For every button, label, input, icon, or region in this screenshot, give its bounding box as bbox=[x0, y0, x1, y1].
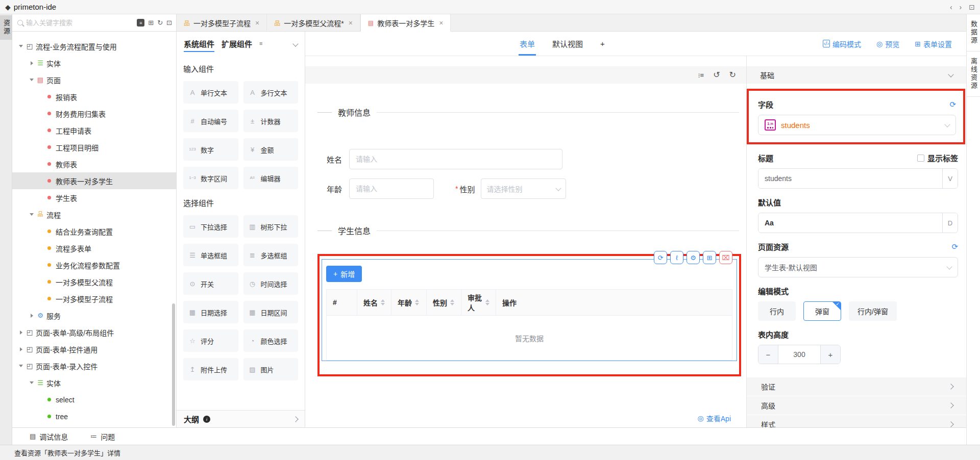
edit-mode-option[interactable]: 弹窗 bbox=[803, 301, 841, 321]
outline-list-icon[interactable]: ⁝≡ bbox=[698, 72, 704, 79]
sort-carets-icon[interactable] bbox=[415, 299, 419, 305]
page-resource-select[interactable]: 学生表-默认视图 bbox=[758, 257, 958, 277]
palette-item-single-text[interactable]: A单行文本 bbox=[183, 81, 238, 104]
sort-carets-icon[interactable] bbox=[485, 299, 489, 305]
tree-item[interactable]: 流程多表单 bbox=[12, 240, 176, 257]
sort-carets-icon[interactable] bbox=[450, 299, 454, 305]
code-mode-action[interactable]: ‹/›编码模式 bbox=[823, 39, 861, 49]
palette-item-color-picker[interactable]: ◔颜色选择 bbox=[243, 329, 299, 352]
table-height-value[interactable]: 300 bbox=[778, 345, 821, 364]
settings-chip-icon[interactable]: ⚙ bbox=[687, 251, 700, 264]
default-value-data-button[interactable]: D bbox=[942, 213, 958, 233]
palette-item-auto-number[interactable]: #自动编号 bbox=[183, 110, 238, 132]
tree-item[interactable]: ◰页面-表单-高级/布局组件 bbox=[12, 324, 176, 341]
editor-tab[interactable]: ▤教师表一对多学生× bbox=[360, 14, 451, 32]
edit-mode-option[interactable]: 行内 bbox=[758, 301, 796, 321]
tree-item[interactable]: 结合业务查询配置 bbox=[12, 223, 176, 240]
palette-item-radio-group[interactable]: ☰单选框组 bbox=[183, 244, 238, 266]
expand-arrow-open[interactable] bbox=[17, 365, 24, 367]
refresh-icon[interactable]: ↻ bbox=[157, 19, 163, 26]
nav-back-icon[interactable]: ‹ bbox=[950, 3, 952, 11]
palette-item-number-range[interactable]: 1~3数字区间 bbox=[183, 167, 238, 189]
save-layout-icon[interactable]: ⊡ bbox=[969, 3, 975, 11]
rail-tab-resources[interactable]: 资源 bbox=[0, 15, 12, 40]
default-value-input[interactable] bbox=[758, 213, 942, 233]
age-input[interactable] bbox=[349, 178, 434, 199]
sort-carets-icon[interactable] bbox=[381, 299, 385, 305]
tree-item[interactable]: 学生表 bbox=[12, 189, 176, 206]
close-icon[interactable]: × bbox=[439, 19, 443, 27]
palette-item-editor[interactable]: A≡编辑器 bbox=[243, 167, 299, 189]
problems-panel-toggle[interactable]: ≔问题 bbox=[90, 431, 115, 442]
palette-item-checkbox-group[interactable]: ≣多选框组 bbox=[243, 244, 299, 266]
tree-item[interactable]: select bbox=[12, 391, 176, 408]
tree-item[interactable]: 报销表 bbox=[12, 88, 176, 105]
editor-tab[interactable]: 品一对多模型父流程*× bbox=[267, 14, 360, 31]
refresh-icon[interactable]: ⟳ bbox=[949, 100, 956, 109]
close-icon[interactable]: × bbox=[255, 19, 259, 27]
palette-item-time-picker[interactable]: ◷时间选择 bbox=[243, 272, 299, 295]
palette-tab[interactable]: 扩展组件 bbox=[222, 32, 252, 55]
preview-mode-action[interactable]: ◎预览 bbox=[876, 39, 899, 49]
palette-item-dropdown[interactable]: ▭下拉选择 bbox=[183, 215, 238, 238]
palette-item-upload[interactable]: ↥附件上传 bbox=[183, 358, 238, 380]
basic-section-header[interactable]: 基础 bbox=[747, 66, 966, 84]
sort-icon[interactable]: ≡ bbox=[259, 40, 262, 46]
tree-item[interactable]: 业务化流程参数配置 bbox=[12, 257, 176, 273]
tree-item[interactable]: tree bbox=[12, 408, 176, 425]
section-验证[interactable]: 验证 bbox=[747, 377, 966, 396]
expand-arrow-closed[interactable] bbox=[28, 61, 35, 65]
increment-button[interactable]: + bbox=[821, 345, 840, 364]
tree-item[interactable]: 一对多模型父流程 bbox=[12, 273, 176, 290]
palette-item-tree-dropdown[interactable]: ▥树形下拉 bbox=[243, 215, 299, 238]
tree-item[interactable]: ☰实体 bbox=[12, 55, 176, 71]
name-input[interactable] bbox=[349, 149, 562, 169]
close-icon[interactable]: × bbox=[349, 19, 353, 27]
expand-arrow-closed[interactable] bbox=[17, 347, 24, 351]
palette-item-rate[interactable]: ☆评分 bbox=[183, 329, 238, 352]
section-样式[interactable]: 样式 bbox=[747, 415, 966, 427]
field-select[interactable]: 1:n students bbox=[758, 115, 956, 135]
tree-item[interactable]: 财务费用归集表 bbox=[12, 105, 176, 122]
tree-item[interactable]: 工程项目明细 bbox=[12, 139, 176, 156]
tree-item[interactable]: 一对多模型子流程 bbox=[12, 290, 176, 307]
refresh-icon[interactable]: ⟳ bbox=[951, 242, 958, 251]
link-chip-icon[interactable]: ℓ bbox=[670, 251, 683, 264]
palette-item-counter[interactable]: ±计数器 bbox=[243, 110, 299, 132]
add-view-tab[interactable]: + bbox=[600, 32, 605, 56]
palette-item-image[interactable]: ▨图片 bbox=[243, 358, 299, 380]
tree-item[interactable]: ⚙服务 bbox=[12, 307, 176, 324]
show-label-checkbox[interactable] bbox=[917, 155, 924, 162]
title-input[interactable] bbox=[758, 169, 942, 188]
tree-item[interactable]: ◰流程-业务流程配置与使用 bbox=[12, 38, 176, 55]
add-row-button[interactable]: + 新增 bbox=[326, 266, 362, 282]
tree-item[interactable]: ◰页面-表单-控件通用 bbox=[12, 341, 176, 357]
import-resource-icon[interactable]: ≡ bbox=[137, 19, 144, 27]
palette-tab[interactable]: 系统组件 bbox=[184, 32, 214, 55]
palette-item-date-picker[interactable]: ▦日期选择 bbox=[183, 301, 238, 323]
debug-panel-toggle[interactable]: ▤调试信息 bbox=[30, 431, 68, 442]
refresh-chip-icon[interactable]: ⟳ bbox=[654, 251, 667, 264]
tree-item[interactable]: ☰实体 bbox=[12, 374, 176, 391]
rail-tab-离线资源[interactable]: 离线资源 bbox=[967, 52, 980, 97]
tree-item[interactable]: ◰页面-表单-录入控件 bbox=[12, 357, 176, 374]
view-tab[interactable]: 默认视图 bbox=[552, 32, 583, 56]
expand-arrow-open[interactable] bbox=[28, 213, 35, 216]
rail-tab-数据源[interactable]: 数据源 bbox=[967, 14, 980, 52]
edit-mode-option[interactable]: 行内/弹窗 bbox=[849, 301, 897, 321]
palette-item-number[interactable]: 123数字 bbox=[183, 138, 238, 161]
tree-item[interactable]: 教师表 bbox=[12, 156, 176, 172]
expand-arrow-open[interactable] bbox=[28, 381, 35, 384]
palette-item-money[interactable]: ¥金额 bbox=[243, 138, 299, 161]
collapse-all-icon[interactable]: ⊡ bbox=[166, 19, 172, 26]
subtable-component[interactable]: ⟳ℓ⚙⊞⌧ + 新增 #姓名年龄性别审批人操作 暂无数据 bbox=[322, 259, 737, 361]
decrement-button[interactable]: − bbox=[758, 345, 778, 364]
title-variable-button[interactable]: V bbox=[942, 169, 958, 188]
view-api-link[interactable]: ◎ 查看Api bbox=[698, 413, 731, 423]
copy-chip-icon[interactable]: ⊞ bbox=[703, 251, 716, 264]
nav-forward-icon[interactable]: › bbox=[960, 3, 962, 11]
palette-item-date-range[interactable]: ▦日期区间 bbox=[243, 301, 299, 323]
tree-item[interactable]: 教师表一对多学生 bbox=[12, 172, 176, 189]
tree-item[interactable]: ▤页面 bbox=[12, 71, 176, 88]
section-高级[interactable]: 高级 bbox=[747, 396, 966, 415]
